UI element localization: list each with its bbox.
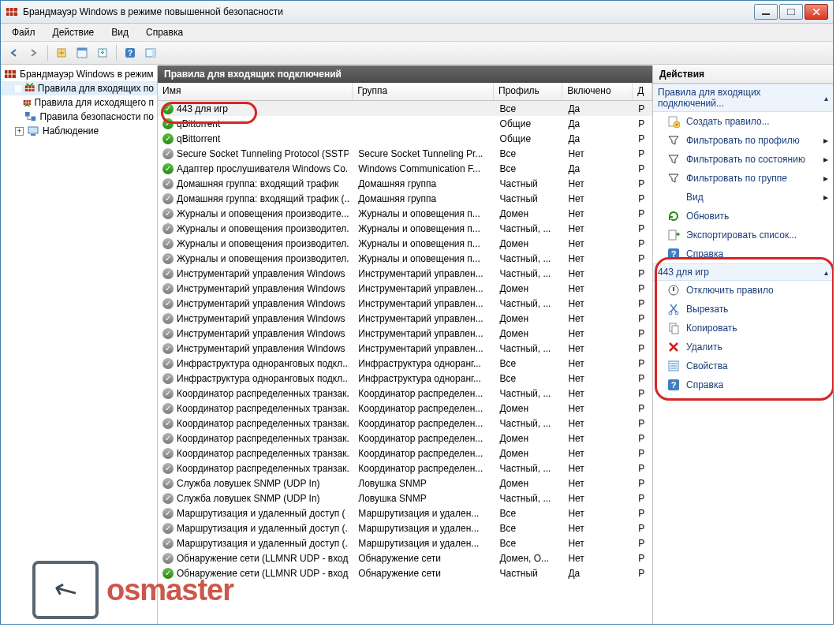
rule-row[interactable]: ✓Инструментарий управления Windows ...Ин… [158,281,652,296]
rule-row[interactable]: ✓Маршрутизация и удаленный доступ (...Ма… [158,536,652,550]
rule-group: Маршрутизация и удален... [353,538,495,549]
action-filter[interactable]: Фильтровать по профилю▸ [653,131,833,150]
rule-row[interactable]: ✓Координатор распределенных транзак...Ко… [158,416,652,431]
rule-profile: Общие [495,118,564,129]
col-more[interactable]: Д [633,83,652,100]
rule-row[interactable]: ✓Координатор распределенных транзак...Ко… [158,401,652,416]
close-button[interactable] [805,4,828,20]
nav-back-button[interactable] [4,43,23,62]
action-copy[interactable]: Копировать [653,319,833,338]
rule-name: Адаптер прослушивателя Windows Co... [177,163,349,174]
rule-row[interactable]: ✓Координатор распределенных транзак...Ко… [158,386,652,401]
toolbar-newrule-button[interactable] [52,43,71,62]
rule-row[interactable]: ✓Инфраструктура одноранговых подкл...Инф… [158,371,652,386]
action-delete[interactable]: Удалить [653,338,833,356]
action-filter[interactable]: Фильтровать по состоянию▸ [653,150,833,169]
rule-enabled: Нет [563,403,633,414]
rule-enabled: Да [563,118,633,129]
nav-forward-button[interactable] [24,43,43,62]
rule-row[interactable]: ✓qBittorrentОбщиеДаР [158,116,652,131]
rule-row[interactable]: ✓Журналы и оповещения производител...Жур… [158,236,652,251]
collapse-arrow-icon: ▴ [824,268,828,277]
rule-row[interactable]: ✓Инструментарий управления Windows ...Ин… [158,311,652,326]
rule-row[interactable]: ✓Домашняя группа: входящий трафикДомашня… [158,176,652,191]
action-refresh[interactable]: Обновить [653,207,833,226]
rule-row[interactable]: ✓Адаптер прослушивателя Windows Co...Win… [158,161,652,176]
action-help[interactable]: ?Справка [653,375,833,394]
actions-section-rules-header[interactable]: Правила для входящих подключений... ▴ [653,84,833,112]
rule-row[interactable]: ✓Служба ловушек SNMP (UDP In)Ловушка SNM… [158,491,652,506]
rule-row[interactable]: ✓Обнаружение сети (LLMNR UDP - входя...О… [158,565,652,580]
rule-profile: Частный, ... [495,463,564,474]
help-icon: ? [667,379,680,391]
rule-row[interactable]: ✓Маршрутизация и удаленный доступ ( ...М… [158,506,652,521]
rule-profile: Домен [495,478,564,489]
rule-row[interactable]: ✓qBittorrentОбщиеДаР [158,131,652,146]
tree-root-node[interactable]: Брандмауэр Windows в режим [1,67,157,81]
rule-row[interactable]: ✓Инструментарий управления Windows ...Ин… [158,266,652,281]
col-group[interactable]: Группа [353,83,494,100]
rule-group: Инструментарий управлен... [353,298,495,309]
rule-row[interactable]: ✓Служба ловушек SNMP (UDP In)Ловушка SNM… [158,476,652,491]
tree-node-inbound[interactable]: Правила для входящих по [1,81,157,95]
action-export[interactable]: Экспортировать список... [653,226,833,244]
rule-row[interactable]: ✓Координатор распределенных транзак...Ко… [158,461,652,476]
tree-node-monitoring[interactable]: +Наблюдение [1,124,157,138]
rule-row[interactable]: ✓Инструментарий управления Windows ...Ин… [158,296,652,311]
action-filter[interactable]: Фильтровать по группе▸ [653,169,833,188]
rule-row[interactable]: ✓Координатор распределенных транзак...Ко… [158,446,652,461]
rule-row[interactable]: ✓Обнаружение сети (LLMNR UDP - входя...О… [158,550,652,565]
rules-list-body[interactable]: ✓443 для игрВсеДаР✓qBittorrentОбщиеДаР✓q… [158,101,652,624]
rule-status-icon: ✓ [162,163,174,174]
rule-row[interactable]: ✓Журналы и оповещения производител...Жур… [158,221,652,236]
rule-status-icon: ✓ [162,268,174,279]
svg-text:?: ? [128,49,133,58]
rule-enabled: Да [563,133,633,144]
toolbar-export-button[interactable] [93,43,112,62]
rule-enabled: Нет [563,538,633,549]
rule-row[interactable]: ✓Журналы и оповещения производител...Жур… [158,251,652,266]
tree-node-connsec[interactable]: Правила безопасности по [1,110,157,124]
rule-row[interactable]: ✓Инфраструктура одноранговых подкл...Инф… [158,356,652,371]
rule-row[interactable]: ✓443 для игрВсеДаР [158,101,652,116]
minimize-button[interactable] [754,4,778,20]
svg-rect-5 [77,48,87,50]
col-name[interactable]: Имя [158,83,353,100]
rule-status-icon: ✓ [162,508,174,519]
maximize-button[interactable] [779,4,803,20]
rule-status-icon: ✓ [162,493,174,504]
rule-row[interactable]: ✓Secure Socket Tunneling Protocol (SSTP-… [158,146,652,161]
tree-node-outbound[interactable]: Правила для исходящего п [1,95,157,110]
rule-row[interactable]: ✓Домашняя группа: входящий трафик (...До… [158,191,652,206]
rule-status-icon: ✓ [162,433,174,444]
action-view[interactable]: Вид▸ [653,188,833,207]
rule-row[interactable]: ✓Инструментарий управления Windows ...Ин… [158,326,652,341]
action-label: Отключить правило [686,285,774,296]
rule-more: Р [633,343,652,354]
filter-icon [667,134,680,147]
rule-status-icon: ✓ [162,568,174,579]
col-enabled[interactable]: Включено [562,83,633,100]
rule-enabled: Нет [563,508,633,519]
rule-more: Р [633,103,652,114]
menu-file[interactable]: Файл [4,25,43,39]
toolbar-properties-button[interactable] [73,43,91,62]
rule-row[interactable]: ✓Маршрутизация и удаленный доступ (...Ма… [158,521,652,536]
action-newrule[interactable]: Создать правило... [653,112,833,131]
rule-row[interactable]: ✓Координатор распределенных транзак...Ко… [158,431,652,446]
rule-row[interactable]: ✓Журналы и оповещения производите...Журн… [158,206,652,221]
action-cut[interactable]: Вырезать [653,300,833,319]
menu-action[interactable]: Действие [45,25,103,39]
action-props[interactable]: Свойства [653,356,833,375]
rule-more: Р [633,568,652,579]
menu-view[interactable]: Вид [103,25,136,39]
actions-section-selection-header[interactable]: 443 для игр ▴ [653,263,833,281]
expander-icon[interactable]: + [15,127,24,136]
action-help[interactable]: ?Справка [653,244,833,263]
action-disable[interactable]: Отключить правило [653,281,833,300]
toolbar-panel-button[interactable] [141,43,160,62]
rule-row[interactable]: ✓Инструментарий управления Windows ...Ин… [158,341,652,356]
menu-help[interactable]: Справка [138,25,191,39]
col-profile[interactable]: Профиль [494,83,562,100]
toolbar-help-button[interactable]: ? [121,43,140,62]
